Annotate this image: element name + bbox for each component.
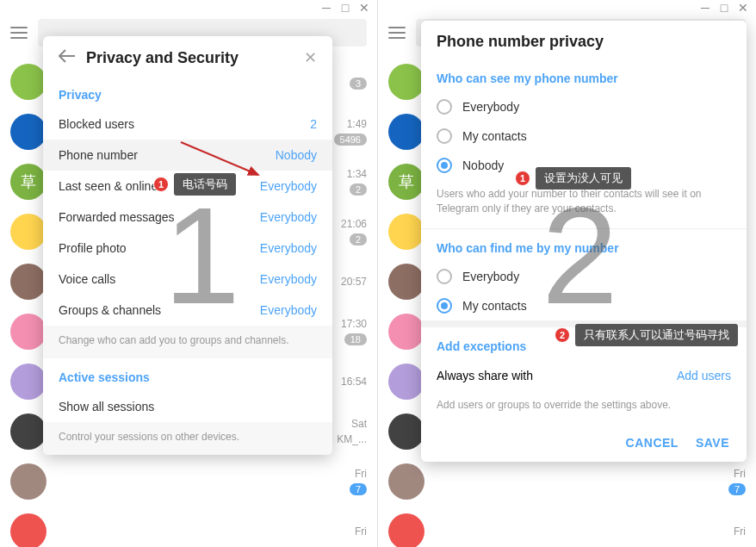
avatar (10, 314, 46, 350)
avatar (388, 64, 424, 100)
setting-value: Everybody (260, 303, 317, 317)
show-all-sessions-row[interactable]: Show all sessions (43, 391, 332, 422)
add-users-link[interactable]: Add users (677, 369, 731, 382)
avatar (10, 463, 46, 500)
groups-channels-row[interactable]: Groups & channels Everybody (43, 295, 332, 326)
chat-row[interactable]: Fri7 (0, 457, 377, 507)
radio-label: My contacts (462, 299, 527, 313)
chat-row[interactable]: Fri7 (378, 457, 756, 507)
phone-number-row[interactable]: Phone number Nobody (43, 140, 332, 171)
back-arrow-icon[interactable] (59, 49, 76, 66)
radio-label: My contacts (462, 129, 527, 143)
avatar (388, 314, 424, 350)
avatar (388, 114, 424, 150)
annotation-tooltip: 只有联系人可以通过号码寻找 (575, 324, 738, 346)
left-panel: ─ □ ✕ 31:495496草1:34221:06220:5717:30181… (0, 0, 378, 547)
radio-icon (437, 128, 452, 144)
close-icon[interactable]: ✕ (304, 48, 317, 67)
sessions-help-text: Control your sessions on other devices. (43, 422, 332, 455)
chat-time: Fri (734, 525, 746, 538)
chat-time: 21:06 (341, 218, 367, 230)
avatar (10, 364, 46, 400)
setting-label: Phone number (59, 148, 138, 162)
always-share-row[interactable]: Always share with Add users (421, 360, 747, 391)
setting-label: Groups & channels (59, 303, 161, 317)
setting-label: Blocked users (59, 117, 134, 131)
who-can-see-label: Who can see my phone number (421, 59, 747, 92)
cancel-button[interactable]: CANCEL (626, 436, 679, 450)
active-sessions-label: Active sessions (43, 358, 332, 391)
chat-time: 1:34 (347, 168, 367, 180)
radio-label: Everybody (462, 270, 519, 283)
chat-time: Fri (355, 525, 367, 538)
avatar (10, 264, 46, 300)
unread-badge: 18 (344, 333, 367, 345)
radio-icon (437, 269, 452, 284)
unread-badge: 2 (350, 183, 367, 196)
radio-mycontacts-find[interactable]: My contacts (421, 291, 747, 320)
chat-time: 16:54 (341, 376, 367, 388)
avatar (388, 364, 424, 400)
annotation-tooltip: 设置为没人可见 (536, 167, 631, 190)
radio-mycontacts-see[interactable]: My contacts (421, 121, 747, 151)
unread-badge: 2 (350, 233, 367, 246)
phone-privacy-modal: Phone number privacy Who can see my phon… (421, 21, 747, 462)
avatar (388, 463, 424, 500)
avatar (10, 513, 46, 547)
setting-value: Everybody (260, 272, 317, 286)
menu-icon[interactable] (388, 27, 406, 39)
save-button[interactable]: SAVE (696, 436, 729, 450)
radio-everybody-find[interactable]: Everybody (421, 262, 747, 291)
setting-value: Everybody (260, 241, 317, 255)
profile-photo-row[interactable]: Profile photo Everybody (43, 233, 332, 264)
who-can-find-label: Who can find me by my number (421, 229, 747, 262)
privacy-security-modal: Privacy and Security ✕ Privacy Blocked u… (43, 36, 332, 455)
setting-label: Show all sessions (59, 400, 154, 413)
annotation-badge: 2 (555, 327, 570, 343)
forwarded-messages-row[interactable]: Forwarded messages Everybody (43, 202, 332, 233)
radio-icon (437, 99, 452, 115)
always-share-label: Always share with (437, 369, 533, 382)
menu-icon[interactable] (10, 27, 28, 39)
radio-everybody-see[interactable]: Everybody (421, 92, 747, 121)
avatar: 草 (10, 164, 46, 200)
unread-badge: 7 (728, 483, 746, 495)
voice-calls-row[interactable]: Voice calls Everybody (43, 264, 332, 295)
chat-time: Fri (734, 468, 746, 480)
avatar (388, 264, 424, 300)
right-panel: ─ □ ✕ 31:495496草1:34221:06220:5717:30181… (378, 0, 756, 547)
radio-label: Everybody (462, 100, 519, 114)
avatar (388, 513, 424, 547)
annotation-badge: 1 (153, 177, 169, 192)
chat-time: 1:49 (347, 118, 367, 130)
radio-icon (437, 298, 452, 314)
groups-help-text: Change who can add you to groups and cha… (43, 326, 332, 358)
radio-icon (437, 158, 452, 173)
modal-title: Privacy and Security (86, 49, 294, 67)
setting-value: Nobody (276, 148, 317, 162)
avatar (10, 114, 46, 150)
chat-row[interactable]: Fri (0, 507, 377, 547)
avatar (388, 413, 424, 450)
chat-time: 17:30 (341, 318, 367, 330)
setting-label: Voice calls (59, 272, 115, 286)
setting-label: Profile photo (59, 241, 127, 255)
radio-label: Nobody (462, 159, 504, 172)
exceptions-hint: Add users or groups to override the sett… (421, 391, 747, 425)
annotation-1: 1 电话号码 (153, 173, 236, 196)
chat-time: Fri (355, 468, 367, 480)
avatar (10, 64, 46, 100)
avatar (10, 413, 46, 450)
setting-value: Everybody (260, 210, 317, 224)
setting-value: Everybody (260, 179, 317, 193)
setting-label: Forwarded messages (59, 210, 175, 224)
modal-title: Phone number privacy (437, 33, 731, 51)
avatar (10, 214, 46, 250)
chat-row[interactable]: Fri (378, 507, 756, 547)
blocked-users-row[interactable]: Blocked users 2 (43, 109, 332, 140)
unread-badge: 3 (350, 78, 367, 90)
annotation-badge: 1 (515, 171, 530, 186)
annotation-1-right: 1 设置为没人可见 (515, 167, 631, 190)
unread-badge: 7 (350, 483, 367, 495)
annotation-2-right: 2 只有联系人可以通过号码寻找 (555, 324, 738, 346)
